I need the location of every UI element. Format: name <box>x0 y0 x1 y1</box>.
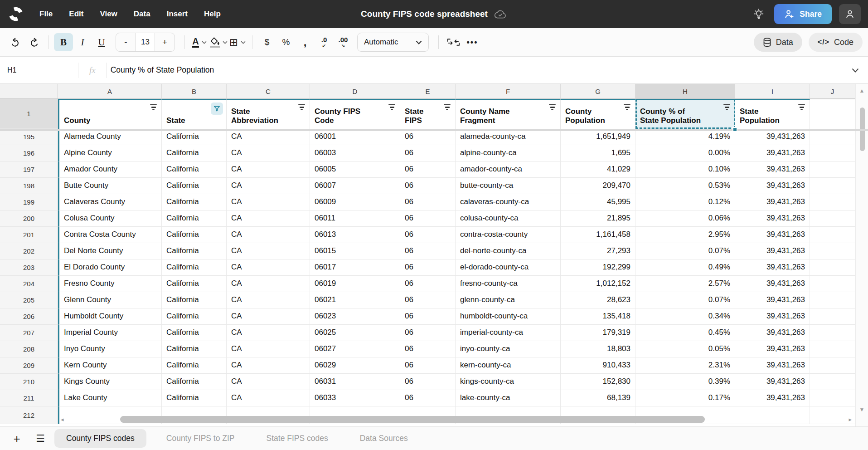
cell-G201[interactable]: 1,161,458 <box>561 227 635 243</box>
column-header-E[interactable]: E <box>400 84 456 99</box>
menu-insert[interactable]: Insert <box>160 6 194 22</box>
header-cell-A1[interactable]: County <box>58 99 162 129</box>
cell-G196[interactable]: 1,695 <box>561 145 635 161</box>
cell-I204[interactable]: 39,431,263 <box>735 276 810 292</box>
cell-B196[interactable]: California <box>162 145 227 161</box>
cell-C201[interactable]: CA <box>227 227 310 243</box>
cell-F200[interactable]: colusa-county-ca <box>456 210 561 227</box>
cell-D197[interactable]: 06005 <box>310 161 400 178</box>
cell-E203[interactable]: 06 <box>400 259 456 276</box>
percent-format-button[interactable]: % <box>276 33 296 51</box>
cell-J202[interactable] <box>810 243 855 259</box>
column-header-J[interactable]: J <box>810 84 855 99</box>
column-header-F[interactable]: F <box>456 84 561 99</box>
fit-content-button[interactable] <box>444 33 463 51</box>
cell-I211[interactable]: 39,431,263 <box>735 390 810 406</box>
cell-B210[interactable]: California <box>162 374 227 390</box>
cell-C199[interactable]: CA <box>227 194 310 210</box>
cell-D200[interactable]: 06011 <box>310 210 400 227</box>
row-header-206[interactable]: 206 <box>0 308 58 325</box>
scroll-left-icon[interactable]: ◂ <box>61 416 64 423</box>
row-header-208[interactable]: 208 <box>0 341 58 357</box>
cell-F211[interactable]: lake-county-ca <box>456 390 561 406</box>
cell-A197[interactable]: Amador County <box>58 161 162 178</box>
cell-H205[interactable]: 0.07% <box>635 292 735 308</box>
sheet-tab-data-sources[interactable]: Data Sources <box>348 429 420 448</box>
cell-J204[interactable] <box>810 276 855 292</box>
filter-menu-icon[interactable] <box>623 103 631 111</box>
header-cell-E1[interactable]: State FIPS <box>400 99 456 129</box>
cell-A198[interactable]: Butte County <box>58 178 162 194</box>
cell-A210[interactable]: Kings County <box>58 374 162 390</box>
cell-H199[interactable]: 0.12% <box>635 194 735 210</box>
cell-E202[interactable]: 06 <box>400 243 456 259</box>
header-cell-C1[interactable]: State Abbreviation <box>227 99 310 129</box>
cell-H198[interactable]: 0.53% <box>635 178 735 194</box>
cell-C206[interactable]: CA <box>227 308 310 325</box>
cell-F199[interactable]: calaveras-county-ca <box>456 194 561 210</box>
number-format-select[interactable]: Automatic <box>357 33 429 52</box>
scroll-up-icon[interactable]: ▲ <box>856 88 868 94</box>
cell-G202[interactable]: 27,293 <box>561 243 635 259</box>
sheet-list-menu-icon[interactable]: ☰ <box>31 433 50 445</box>
cell-F208[interactable]: inyo-county-ca <box>456 341 561 357</box>
cell-A196[interactable]: Alpine County <box>58 145 162 161</box>
cell-J211[interactable] <box>810 390 855 406</box>
cell-I200[interactable]: 39,431,263 <box>735 210 810 227</box>
cell-J210[interactable] <box>810 374 855 390</box>
menu-data[interactable]: Data <box>127 6 157 22</box>
cell-C209[interactable]: CA <box>227 357 310 374</box>
account-avatar[interactable] <box>839 4 861 24</box>
decrease-decimal-button[interactable]: .0↙ <box>315 33 334 51</box>
cell-G195[interactable]: 1,651,949 <box>561 129 635 145</box>
text-color-button[interactable]: A <box>190 33 209 51</box>
cell-D207[interactable]: 06025 <box>310 325 400 341</box>
cell-J201[interactable] <box>810 227 855 243</box>
cell-B208[interactable]: California <box>162 341 227 357</box>
cell-A204[interactable]: Fresno County <box>58 276 162 292</box>
cell-I197[interactable]: 39,431,263 <box>735 161 810 178</box>
cell-D199[interactable]: 06009 <box>310 194 400 210</box>
column-header-D[interactable]: D <box>310 84 400 99</box>
row-header-210[interactable]: 210 <box>0 374 58 390</box>
cell-A200[interactable]: Colusa County <box>58 210 162 227</box>
scroll-down-icon[interactable]: ▼ <box>856 406 868 413</box>
app-logo-icon[interactable] <box>7 5 24 23</box>
column-header-A[interactable]: A <box>58 84 162 99</box>
menu-edit[interactable]: Edit <box>62 6 90 22</box>
cell-G197[interactable]: 41,029 <box>561 161 635 178</box>
cell-J208[interactable] <box>810 341 855 357</box>
cell-I209[interactable]: 39,431,263 <box>735 357 810 374</box>
cell-F195[interactable]: alameda-county-ca <box>456 129 561 145</box>
cell-H195[interactable]: 4.19% <box>635 129 735 145</box>
row-header-196[interactable]: 196 <box>0 145 58 161</box>
cell-A203[interactable]: El Dorado County <box>58 259 162 276</box>
cell-B202[interactable]: California <box>162 243 227 259</box>
cell-D201[interactable]: 06013 <box>310 227 400 243</box>
cell-H207[interactable]: 0.45% <box>635 325 735 341</box>
vertical-scrollbar[interactable]: ▲ ▼ <box>855 84 868 426</box>
menu-file[interactable]: File <box>33 6 59 22</box>
cell-D203[interactable]: 06017 <box>310 259 400 276</box>
row-header-204[interactable]: 204 <box>0 276 58 292</box>
cell-B209[interactable]: California <box>162 357 227 374</box>
row-header-200[interactable]: 200 <box>0 210 58 227</box>
cell-J209[interactable] <box>810 357 855 374</box>
cell-A207[interactable]: Imperial County <box>58 325 162 341</box>
cell-C208[interactable]: CA <box>227 341 310 357</box>
cell-J195[interactable] <box>810 129 855 145</box>
column-header-H[interactable]: H <box>635 84 735 99</box>
cell-I206[interactable]: 39,431,263 <box>735 308 810 325</box>
data-view-button[interactable]: Data <box>754 33 802 52</box>
cell-G203[interactable]: 192,299 <box>561 259 635 276</box>
cell-I207[interactable]: 39,431,263 <box>735 325 810 341</box>
row-header-209[interactable]: 209 <box>0 357 58 374</box>
row-header-207[interactable]: 207 <box>0 325 58 341</box>
cell-D208[interactable]: 06027 <box>310 341 400 357</box>
filter-funnel-active-icon[interactable] <box>211 103 223 115</box>
share-button[interactable]: Share <box>774 4 832 24</box>
cell-C207[interactable]: CA <box>227 325 310 341</box>
cell-F196[interactable]: alpine-county-ca <box>456 145 561 161</box>
filter-menu-icon[interactable] <box>388 103 396 111</box>
cell-F197[interactable]: amador-county-ca <box>456 161 561 178</box>
